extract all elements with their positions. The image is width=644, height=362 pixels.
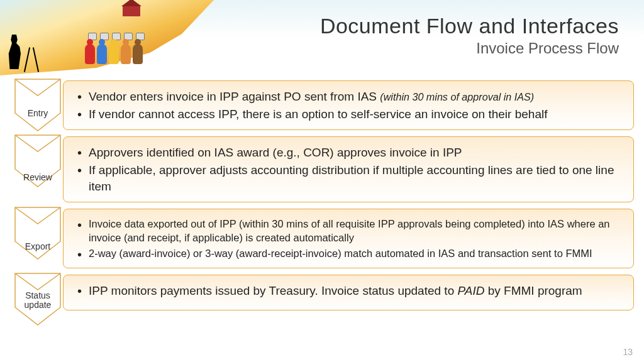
step-content: Vendor enters invoice in IPP against PO … (63, 80, 634, 130)
flow-step: ExportInvoice data exported out of IPP (… (13, 209, 634, 268)
bullet-item: Vendor enters invoice in IPP against PO … (77, 89, 622, 105)
page-number: 13 (623, 347, 633, 357)
step-chevron: Export (13, 209, 63, 268)
step-label: Entry (28, 109, 48, 118)
step-label: Status update (13, 291, 63, 310)
step-content: IPP monitors payments issued by Treasury… (63, 275, 634, 310)
person-icon (85, 44, 95, 64)
bullet-item: Approvers identified on IAS award (e.g.,… (77, 145, 622, 161)
process-flow: EntryVendor enters invoice in IPP agains… (13, 80, 634, 310)
step-content: Approvers identified on IAS award (e.g.,… (63, 136, 634, 202)
person-icon (109, 44, 119, 64)
bullet-item: If applicable, approver adjusts accounti… (77, 162, 622, 194)
flow-step: ReviewApprovers identified on IAS award … (13, 136, 634, 202)
step-label: Export (25, 242, 50, 251)
step-chevron: Review (13, 136, 63, 202)
step-chevron: Entry (13, 80, 63, 130)
bullet-item: If vendor cannot access IPP, there is an… (77, 106, 622, 123)
bullet-item: 2-way (award-invoice) or 3-way (award-re… (77, 246, 622, 260)
people-icons (85, 44, 143, 64)
flow-step: Status updateIPP monitors payments issue… (13, 275, 634, 310)
page-subtitle: Invoice Process Flow (320, 40, 619, 57)
person-icon (121, 44, 131, 64)
tripod-icon (25, 47, 38, 72)
flow-step: EntryVendor enters invoice in IPP agains… (13, 80, 634, 130)
page-title: Document Flow and Interfaces (320, 14, 619, 38)
person-icon (133, 44, 143, 64)
title-block: Document Flow and Interfaces Invoice Pro… (320, 14, 619, 57)
step-content: Invoice data exported out of IPP (within… (63, 209, 634, 268)
step-label: Review (23, 173, 52, 182)
step-chevron: Status update (13, 275, 63, 310)
barn-icon (123, 5, 140, 16)
bullet-item: IPP monitors payments issued by Treasury… (77, 283, 622, 299)
person-icon (97, 44, 107, 64)
bullet-item: Invoice data exported out of IPP (within… (77, 217, 622, 245)
